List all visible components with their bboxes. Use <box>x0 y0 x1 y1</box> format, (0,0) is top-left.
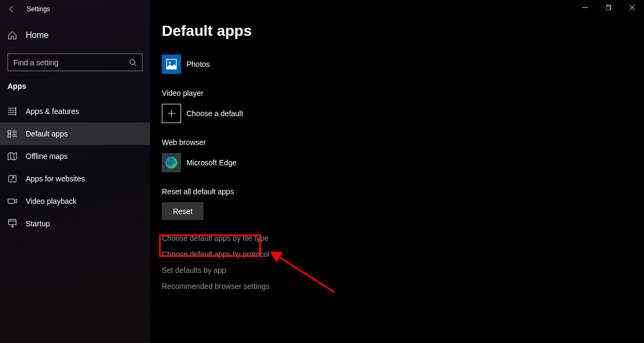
link-file-type[interactable]: Choose default apps by file type <box>162 234 268 242</box>
nav-list: Apps & features Default apps Offline map… <box>0 100 150 235</box>
window-controls <box>573 0 644 15</box>
sidebar-item-offline-maps[interactable]: Offline maps <box>0 145 150 167</box>
home-nav[interactable]: Home <box>0 25 150 46</box>
plus-icon <box>167 109 176 118</box>
default-apps-icon <box>8 129 17 139</box>
back-arrow-icon <box>8 5 16 13</box>
default-video-player[interactable]: Choose a default <box>162 104 644 123</box>
choose-default-label: Choose a default <box>186 109 243 118</box>
startup-icon <box>8 219 17 228</box>
sidebar-item-startup[interactable]: Startup <box>0 212 150 235</box>
svg-point-8 <box>15 112 16 113</box>
sidebar-item-default-apps[interactable]: Default apps <box>0 123 150 145</box>
photos-icon <box>166 58 177 70</box>
default-web-browser[interactable]: Microsoft Edge <box>162 153 644 172</box>
main-content: Default apps Photos Video player Choose … <box>150 0 644 343</box>
sidebar-item-label: Video playback <box>26 197 77 205</box>
home-label: Home <box>26 31 49 40</box>
sidebar-item-label: Apps & features <box>26 107 79 116</box>
search-icon <box>129 59 137 66</box>
svg-point-7 <box>15 110 16 111</box>
sidebar-item-label: Offline maps <box>26 152 68 161</box>
edge-tile <box>162 153 181 172</box>
home-icon <box>8 31 17 40</box>
reset-button[interactable]: Reset <box>162 202 204 220</box>
sidebar-item-video-playback[interactable]: Video playback <box>0 190 150 212</box>
svg-rect-19 <box>8 199 14 203</box>
maximize-icon <box>606 5 611 10</box>
minimize-icon <box>582 5 588 10</box>
svg-point-29 <box>169 62 171 64</box>
svg-rect-11 <box>8 134 11 137</box>
sidebar-item-apps-features[interactable]: Apps & features <box>0 100 150 123</box>
video-player-label: Video player <box>162 89 644 97</box>
search-input[interactable] <box>13 58 129 67</box>
edge-label: Microsoft Edge <box>186 158 236 167</box>
default-photos[interactable]: Photos <box>162 55 644 74</box>
svg-point-0 <box>130 59 135 64</box>
svg-rect-10 <box>8 131 11 133</box>
svg-rect-20 <box>9 219 16 225</box>
sidebar-item-label: Apps for websites <box>26 174 85 183</box>
minimize-button[interactable] <box>573 0 597 15</box>
title-bar: Settings <box>0 1 150 17</box>
video-playback-icon <box>8 196 17 206</box>
sidebar-item-label: Startup <box>26 219 50 228</box>
settings-links: Choose default apps by file type Choose … <box>162 234 644 291</box>
sidebar: Settings Home Apps Apps & <box>0 0 150 343</box>
svg-line-1 <box>134 64 137 66</box>
photos-label: Photos <box>186 60 210 68</box>
close-icon <box>630 5 635 10</box>
back-button[interactable] <box>8 5 16 13</box>
link-by-app[interactable]: Set defaults by app <box>162 266 226 275</box>
close-button[interactable] <box>620 0 644 15</box>
offline-maps-icon <box>8 151 17 161</box>
sidebar-item-label: Default apps <box>26 129 68 138</box>
reset-label: Reset all default apps <box>162 187 644 196</box>
svg-rect-25 <box>606 6 610 10</box>
sidebar-item-apps-websites[interactable]: Apps for websites <box>0 167 150 190</box>
search-box[interactable] <box>8 54 143 71</box>
maximize-button[interactable] <box>597 0 620 15</box>
window-title: Settings <box>27 5 50 13</box>
link-recommended-browser[interactable]: Recommended browser settings <box>162 282 269 291</box>
web-browser-label: Web browser <box>162 138 644 147</box>
svg-point-6 <box>15 108 16 109</box>
link-protocol[interactable]: Choose default apps by protocol <box>162 250 269 258</box>
choose-default-tile <box>162 104 181 123</box>
svg-point-9 <box>15 114 16 115</box>
page-title: Default apps <box>162 22 644 40</box>
apps-features-icon <box>8 106 17 116</box>
apps-websites-icon <box>8 174 17 184</box>
photos-tile <box>162 55 181 74</box>
category-heading: Apps <box>0 71 150 96</box>
edge-icon <box>164 156 178 170</box>
